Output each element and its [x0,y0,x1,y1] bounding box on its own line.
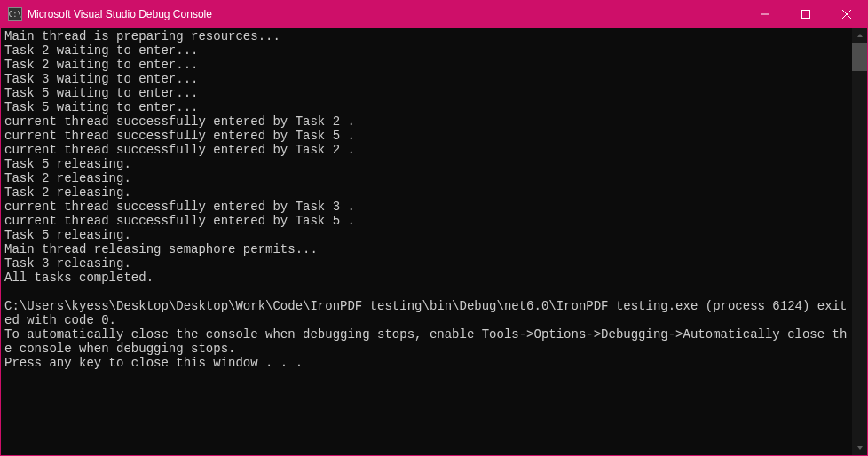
console-line: Task 2 waiting to enter... [4,43,848,58]
console-body: Main thread is preparing resources...Tas… [1,28,867,455]
console-line: Press any key to close this window . . . [4,356,848,370]
console-line: Task 5 releasing. [4,157,848,171]
console-line [4,285,848,299]
console-line: Task 5 releasing. [4,228,848,242]
console-line: Task 2 waiting to enter... [4,58,848,72]
console-line: current thread successfully entered by T… [4,129,848,143]
console-output[interactable]: Main thread is preparing resources...Tas… [1,28,852,455]
maximize-button[interactable] [785,1,826,28]
console-line: current thread successfully entered by T… [4,143,848,157]
scrollbar-down-button[interactable] [852,440,867,455]
title-bar[interactable]: C:\ Microsoft Visual Studio Debug Consol… [1,1,867,28]
console-line: Task 5 waiting to enter... [4,100,848,114]
svg-marker-5 [857,446,863,450]
console-line: Task 3 releasing. [4,256,848,271]
console-line: Task 2 releasing. [4,171,848,185]
scrollbar-thumb[interactable] [852,43,867,71]
console-line: current thread successfully entered by T… [4,114,848,129]
console-line: current thread successfully entered by T… [4,200,848,214]
console-line: Task 5 waiting to enter... [4,86,848,100]
scrollbar-up-button[interactable] [852,28,867,43]
console-line: Main thread releasing semaphore permits.… [4,242,848,256]
close-button[interactable] [826,1,867,28]
window-controls [745,1,867,28]
console-line: current thread successfully entered by T… [4,214,848,228]
vertical-scrollbar[interactable] [852,28,867,455]
console-window: C:\ Microsoft Visual Studio Debug Consol… [0,0,868,456]
console-line: All tasks completed. [4,271,848,285]
minimize-button[interactable] [745,1,785,28]
app-icon: C:\ [8,7,22,21]
console-line: C:\Users\kyess\Desktop\Desktop\Work\Code… [4,299,848,327]
console-line: Main thread is preparing resources... [4,29,848,43]
svg-rect-1 [802,11,810,19]
console-line: Task 2 releasing. [4,185,848,200]
window-title: Microsoft Visual Studio Debug Console [28,8,745,20]
svg-marker-4 [857,34,863,37]
console-line: To automatically close the console when … [4,327,848,356]
console-line: Task 3 waiting to enter... [4,72,848,86]
